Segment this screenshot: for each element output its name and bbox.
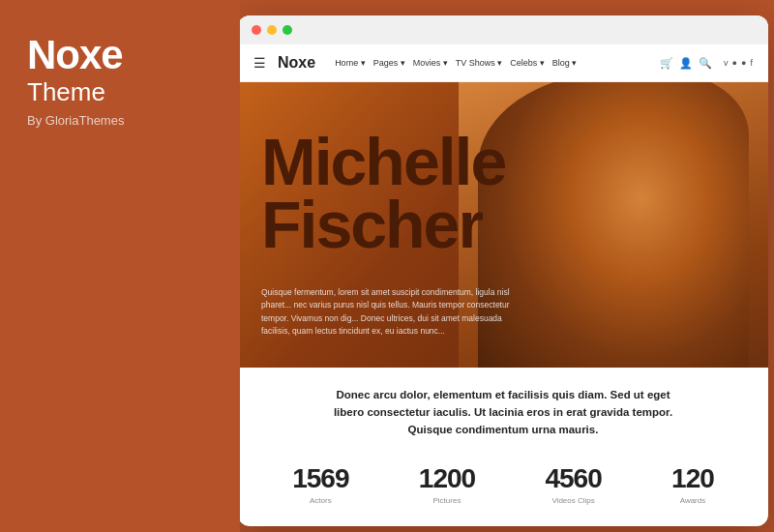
brand-title: Noxe: [27, 35, 213, 75]
stat-label-0: Actors: [292, 496, 348, 505]
desktop-navbar: ☰ Noxe Home ▾ Pages ▾ Movies ▾ TV Shows …: [238, 44, 768, 82]
social-dot2: ●: [741, 58, 746, 68]
desktop-stat-2: 4560Videos Clips: [545, 463, 601, 505]
nav-link-celebs[interactable]: Celebs ▾: [510, 58, 545, 68]
desktop-stats: 1569Actors1200Pictures4560Videos Clips12…: [238, 454, 768, 505]
stat-label-3: Awards: [671, 496, 714, 505]
social-dot1: ●: [732, 58, 737, 68]
desktop-brand-name: Noxe: [278, 54, 315, 72]
search-icon[interactable]: 🔍: [699, 57, 712, 70]
desktop-stat-0: 1569Actors: [292, 463, 348, 505]
nav-link-blog[interactable]: Blog ▾: [552, 58, 578, 68]
desktop-hero-text: Quisque fermentum, lorem sit amet suscip…: [261, 286, 532, 339]
stat-label-1: Pictures: [419, 496, 475, 505]
vimeo-icon: v: [724, 58, 729, 68]
user-icon[interactable]: 👤: [679, 57, 693, 70]
desktop-stat-3: 120Awards: [671, 463, 714, 505]
desktop-nav-icons: 🛒 👤 🔍: [660, 57, 712, 70]
brand-subtitle: Theme: [27, 77, 213, 107]
desktop-hamburger-icon: ☰: [253, 55, 266, 71]
desktop-titlebar: [238, 15, 768, 44]
desktop-mockup: ☰ Noxe Home ▾ Pages ▾ Movies ▾ TV Shows …: [238, 15, 768, 526]
desktop-dot-red: [252, 25, 261, 35]
brand-by: By GloriaThemes: [27, 113, 213, 128]
nav-link-home[interactable]: Home ▾: [335, 58, 366, 68]
left-panel: Noxe Theme By GloriaThemes: [0, 0, 240, 532]
desktop-nav-links: Home ▾ Pages ▾ Movies ▾ TV Shows ▾ Celeb…: [335, 58, 648, 68]
stat-number-0: 1569: [292, 463, 348, 494]
nav-link-pages[interactable]: Pages ▾: [373, 58, 405, 68]
desktop-social-icons: v ● ● f: [724, 58, 753, 68]
facebook-icon: f: [750, 58, 753, 68]
desktop-hero-name: Michelle Fischer: [261, 131, 505, 255]
desktop-dot-green: [283, 25, 292, 35]
nav-link-tvshows[interactable]: TV Shows ▾: [456, 58, 503, 68]
stat-number-3: 120: [671, 463, 714, 494]
stat-number-1: 1200: [419, 463, 475, 494]
desktop-dot-yellow: [267, 25, 277, 35]
cart-icon[interactable]: 🛒: [660, 57, 673, 70]
desktop-quote: Donec arcu dolor, elementum et facilisis…: [324, 387, 682, 438]
desktop-content-section: Donec arcu dolor, elementum et facilisis…: [238, 368, 768, 454]
stat-label-2: Videos Clips: [545, 496, 601, 505]
desktop-hero-name-line2: Fischer: [261, 188, 482, 261]
desktop-stat-1: 1200Pictures: [419, 463, 475, 505]
stat-number-2: 4560: [545, 463, 601, 494]
desktop-hero: Michelle Fischer Quisque fermentum, lore…: [238, 82, 768, 368]
nav-link-movies[interactable]: Movies ▾: [413, 58, 448, 68]
